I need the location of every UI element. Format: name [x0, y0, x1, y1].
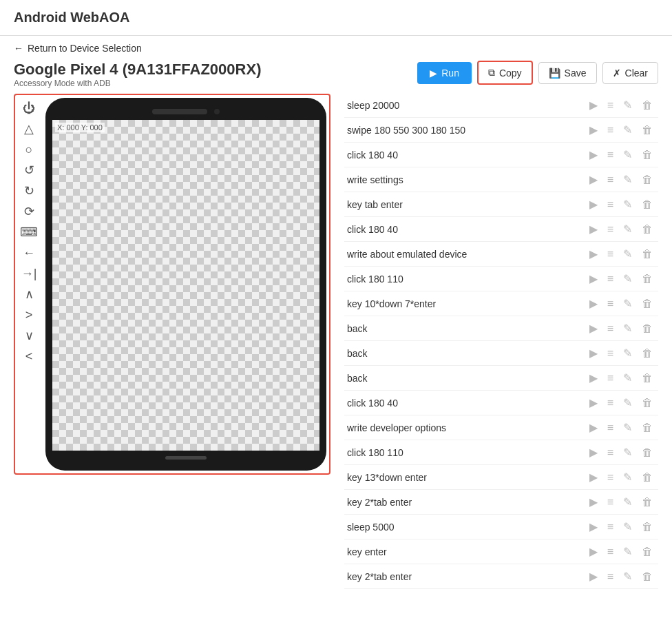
command-delete-button[interactable]: 🗑 — [639, 271, 655, 287]
command-play-button[interactable]: ▶ — [587, 568, 600, 584]
command-play-button[interactable]: ▶ — [587, 469, 600, 485]
command-delete-button[interactable]: 🗑 — [639, 147, 655, 163]
copy-button[interactable]: ⧉ Copy — [477, 61, 533, 85]
command-edit-button[interactable]: ✎ — [620, 370, 635, 386]
command-edit-button[interactable]: ✎ — [620, 320, 635, 336]
command-delete-button[interactable]: 🗑 — [639, 470, 655, 485]
command-play-button[interactable]: ▶ — [587, 172, 600, 187]
command-edit-button[interactable]: ✎ — [620, 271, 635, 287]
command-edit-button[interactable]: ✎ — [620, 172, 635, 187]
command-menu-button[interactable]: ≡ — [605, 147, 616, 163]
arrow-right-button[interactable]: →| — [20, 266, 39, 281]
command-edit-button[interactable]: ✎ — [620, 246, 635, 262]
command-play-button[interactable]: ▶ — [587, 122, 600, 138]
phone-screen[interactable]: X: 000 Y: 000 — [52, 120, 319, 451]
command-delete-button[interactable]: 🗑 — [639, 247, 655, 262]
command-play-button[interactable]: ▶ — [587, 97, 600, 113]
command-menu-button[interactable]: ≡ — [605, 346, 616, 361]
command-menu-button[interactable]: ≡ — [605, 519, 616, 535]
command-delete-button[interactable]: 🗑 — [639, 371, 655, 386]
rotate-left-button[interactable]: ↺ — [23, 163, 36, 178]
command-play-button[interactable]: ▶ — [587, 345, 600, 361]
command-menu-button[interactable]: ≡ — [605, 197, 616, 212]
command-menu-button[interactable]: ≡ — [605, 222, 616, 237]
command-delete-button[interactable]: 🗑 — [639, 544, 655, 559]
keyboard-button[interactable]: ⌨ — [19, 225, 39, 240]
command-delete-button[interactable]: 🗑 — [639, 222, 655, 237]
command-menu-button[interactable]: ≡ — [605, 445, 616, 460]
rotate-right-button[interactable]: ↻ — [23, 183, 36, 198]
command-play-button[interactable]: ▶ — [587, 320, 600, 336]
command-edit-button[interactable]: ✎ — [620, 221, 635, 237]
clear-button[interactable]: ✗ Clear — [602, 62, 658, 84]
command-play-button[interactable]: ▶ — [587, 296, 600, 311]
arrow-left-button[interactable]: ← — [21, 245, 36, 260]
save-button[interactable]: 💾 Save — [538, 62, 597, 84]
circle-button[interactable]: ○ — [24, 142, 34, 157]
command-delete-button[interactable]: 🗑 — [639, 172, 655, 187]
command-edit-button[interactable]: ✎ — [620, 196, 635, 212]
command-menu-button[interactable]: ≡ — [605, 247, 616, 262]
command-edit-button[interactable]: ✎ — [620, 444, 635, 460]
command-delete-button[interactable]: 🗑 — [639, 519, 655, 535]
command-edit-button[interactable]: ✎ — [620, 97, 635, 113]
command-menu-button[interactable]: ≡ — [605, 569, 616, 584]
command-edit-button[interactable]: ✎ — [620, 519, 635, 535]
command-menu-button[interactable]: ≡ — [605, 495, 616, 510]
command-menu-button[interactable]: ≡ — [605, 98, 616, 113]
command-menu-button[interactable]: ≡ — [605, 470, 616, 485]
command-edit-button[interactable]: ✎ — [620, 345, 635, 361]
power-button[interactable]: ⏻ — [21, 101, 36, 116]
back-link[interactable]: ← Return to Device Selection — [0, 36, 672, 61]
command-menu-button[interactable]: ≡ — [605, 321, 616, 336]
command-edit-button[interactable]: ✎ — [620, 420, 635, 435]
command-play-button[interactable]: ▶ — [587, 544, 600, 559]
command-play-button[interactable]: ▶ — [587, 271, 600, 287]
command-play-button[interactable]: ▶ — [587, 420, 600, 435]
command-menu-button[interactable]: ≡ — [605, 395, 616, 411]
command-menu-button[interactable]: ≡ — [605, 296, 616, 311]
command-play-button[interactable]: ▶ — [587, 519, 600, 535]
command-delete-button[interactable]: 🗑 — [639, 296, 655, 311]
command-menu-button[interactable]: ≡ — [605, 371, 616, 386]
command-delete-button[interactable]: 🗑 — [639, 123, 655, 138]
command-edit-button[interactable]: ✎ — [620, 122, 635, 138]
command-menu-button[interactable]: ≡ — [605, 123, 616, 138]
command-delete-button[interactable]: 🗑 — [639, 321, 655, 336]
chevron-left-button[interactable]: < — [24, 349, 34, 364]
command-play-button[interactable]: ▶ — [587, 246, 600, 262]
chevron-up-button[interactable]: ∧ — [23, 287, 35, 302]
command-play-button[interactable]: ▶ — [587, 395, 600, 411]
command-delete-button[interactable]: 🗑 — [639, 395, 655, 411]
command-delete-button[interactable]: 🗑 — [639, 445, 655, 460]
command-delete-button[interactable]: 🗑 — [639, 420, 655, 435]
command-edit-button[interactable]: ✎ — [620, 568, 635, 584]
run-button[interactable]: ▶ Run — [417, 62, 472, 84]
command-menu-button[interactable]: ≡ — [605, 420, 616, 435]
command-edit-button[interactable]: ✎ — [620, 544, 635, 559]
command-menu-button[interactable]: ≡ — [605, 544, 616, 559]
command-play-button[interactable]: ▶ — [587, 221, 600, 237]
command-edit-button[interactable]: ✎ — [620, 296, 635, 311]
command-delete-button[interactable]: 🗑 — [639, 346, 655, 361]
command-play-button[interactable]: ▶ — [587, 370, 600, 386]
command-edit-button[interactable]: ✎ — [620, 469, 635, 485]
command-play-button[interactable]: ▶ — [587, 494, 600, 510]
command-delete-button[interactable]: 🗑 — [639, 98, 655, 113]
command-play-button[interactable]: ▶ — [587, 196, 600, 212]
command-delete-button[interactable]: 🗑 — [639, 495, 655, 510]
command-delete-button[interactable]: 🗑 — [639, 197, 655, 212]
command-play-button[interactable]: ▶ — [587, 147, 600, 163]
command-edit-button[interactable]: ✎ — [620, 494, 635, 510]
home-button[interactable]: △ — [23, 121, 35, 136]
command-delete-button[interactable]: 🗑 — [639, 569, 655, 584]
command-edit-button[interactable]: ✎ — [620, 395, 635, 411]
command-edit-button[interactable]: ✎ — [620, 147, 635, 163]
chevron-right-button[interactable]: > — [24, 307, 34, 322]
chevron-down-button[interactable]: ∨ — [23, 328, 35, 343]
command-play-button[interactable]: ▶ — [587, 444, 600, 460]
rotate-more-button[interactable]: ⟳ — [23, 204, 36, 219]
command-menu-button[interactable]: ≡ — [605, 271, 616, 287]
command-actions: ▶≡✎🗑 — [587, 469, 655, 485]
command-menu-button[interactable]: ≡ — [605, 172, 616, 187]
